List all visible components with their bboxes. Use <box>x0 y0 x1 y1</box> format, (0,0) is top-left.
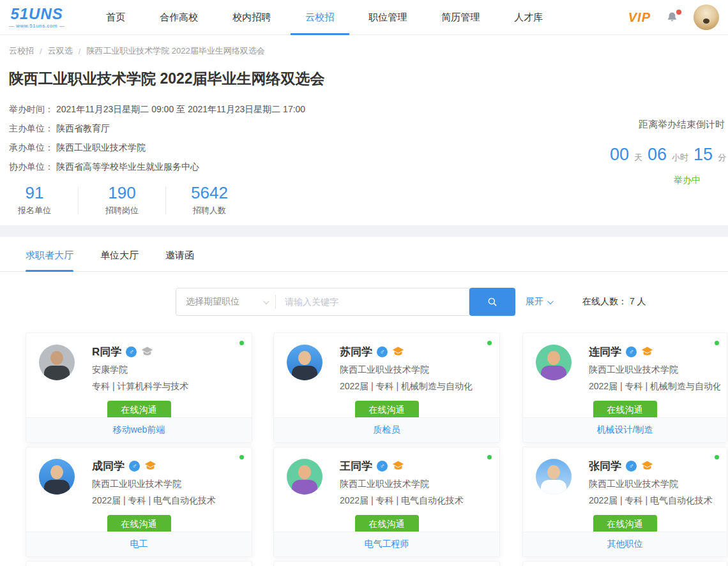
graduation-cap-icon <box>392 346 404 358</box>
male-gender-icon: ♂ <box>377 461 388 472</box>
notification-badge <box>676 10 681 15</box>
expand-filters-link[interactable]: 展开 <box>526 296 552 308</box>
meta-value: 陕西省高等学校毕业生就业服务中心 <box>56 157 199 176</box>
breadcrumb-cloud-fair[interactable]: 云双选 <box>48 45 73 57</box>
breadcrumb: 云校招 / 云双选 / 陕西工业职业技术学院 2022届毕业生网络双选会 <box>9 45 728 57</box>
expected-position-link[interactable]: 电工 <box>130 539 148 550</box>
card-info: 苏同学 ♂ 陕西工业职业技术学院 2022届 | 专科 | 机械制造与自动化 <box>340 345 473 392</box>
breadcrumb-separator: / <box>79 47 81 56</box>
expected-position-link[interactable]: 电气工程师 <box>365 539 409 550</box>
stat-label: 招聘岗位 <box>91 205 153 216</box>
student-school: 陕西工业职业技术学院 <box>340 479 464 490</box>
student-card[interactable] <box>273 561 500 566</box>
student-card[interactable]: 连同学 ♂ 陕西工业职业技术学院 2022届 | 专科 | 机械制造与自动化 在… <box>522 332 727 443</box>
cards-row: 成同学 ♂ 陕西工业职业技术学院 2022届 | 专科 | 电气自动化技术 在线… <box>26 447 728 557</box>
top-navbar: 51UNS — www.51uns.com — 首页 合作高校 校内招聘 云校招… <box>0 0 728 35</box>
student-card[interactable]: 王同学 ♂ 陕西工业职业技术学院 2022届 | 专科 | 电气自动化技术 在线… <box>273 447 500 557</box>
card-top: 成同学 ♂ 陕西工业职业技术学院 2022届 | 专科 | 电气自动化技术 <box>26 447 252 507</box>
student-card[interactable]: 苏同学 ♂ 陕西工业职业技术学院 2022届 | 专科 | 机械制造与自动化 在… <box>273 332 500 443</box>
online-status-dot <box>239 455 244 459</box>
expected-position-link[interactable]: 质检员 <box>374 424 400 436</box>
stat-value: 190 <box>91 184 153 202</box>
nav-item-resume-management[interactable]: 简历管理 <box>424 0 497 35</box>
event-stats: 91 报名单位 190 招聘岗位 5642 招聘人数 <box>4 184 728 216</box>
card-info: 连同学 ♂ 陕西工业职业技术学院 2022届 | 专科 | 机械制造与自动化 <box>589 345 720 392</box>
keyword-input[interactable] <box>276 289 469 315</box>
nav-item-job-management[interactable]: 职位管理 <box>351 0 424 35</box>
nav-item-cloud-recruit[interactable]: 云校招 <box>288 0 351 35</box>
nav-item-home[interactable]: 首页 <box>89 0 142 35</box>
search-toolbar: 选择期望职位 展开 在线人数： 7 人 <box>0 288 728 316</box>
male-gender-icon: ♂ <box>626 346 637 357</box>
student-card[interactable]: 成同学 ♂ 陕西工业职业技术学院 2022届 | 专科 | 电气自动化技术 在线… <box>26 447 252 557</box>
online-status-dot <box>239 341 244 345</box>
search-button[interactable] <box>469 288 515 316</box>
graduation-cap-icon <box>141 346 153 358</box>
student-card[interactable] <box>26 561 252 566</box>
card-footer: 移动web前端 <box>26 417 252 442</box>
student-school: 陕西工业职业技术学院 <box>589 364 720 376</box>
student-avatar <box>39 345 75 380</box>
hall-tabs: 求职者大厅 单位大厅 邀请函 <box>0 237 728 272</box>
expected-position-link[interactable]: 机械设计/制造 <box>597 424 653 436</box>
site-logo[interactable]: 51UNS — www.51uns.com — <box>9 6 64 29</box>
expected-position-link[interactable]: 移动web前端 <box>113 424 165 436</box>
expected-position-link[interactable]: 其他职位 <box>607 539 643 550</box>
page-title: 陕西工业职业技术学院 2022届毕业生网络双选会 <box>9 69 728 89</box>
countdown-hours-unit: 小时 <box>672 152 688 163</box>
card-info: 王同学 ♂ 陕西工业职业技术学院 2022届 | 专科 | 电气自动化技术 <box>340 459 464 507</box>
vip-icon[interactable]: VIP <box>628 10 651 25</box>
stat-registered-units: 91 报名单位 <box>4 184 65 216</box>
male-gender-icon: ♂ <box>626 461 637 472</box>
notification-bell-icon[interactable] <box>666 11 678 24</box>
breadcrumb-cloud-recruit[interactable]: 云校招 <box>9 45 34 57</box>
student-degree-major: 2022届 | 专科 | 电气自动化技术 <box>92 495 216 507</box>
card-footer: 电工 <box>26 532 252 556</box>
stat-headcount: 5642 招聘人数 <box>179 184 240 216</box>
tab-job-seeker-hall[interactable]: 求职者大厅 <box>26 249 73 271</box>
student-name: 苏同学 <box>340 345 372 359</box>
expected-position-select[interactable]: 选择期望职位 <box>176 296 275 308</box>
nav-item-talent-pool[interactable]: 人才库 <box>497 0 560 35</box>
tab-invitation[interactable]: 邀请函 <box>165 249 194 271</box>
cards-row-partial <box>26 561 728 566</box>
countdown-values: 00 天 06 小时 15 分 <box>610 145 728 165</box>
user-avatar[interactable] <box>694 4 719 30</box>
name-row: 连同学 ♂ <box>589 345 720 359</box>
student-avatar <box>536 459 572 495</box>
male-gender-icon: ♂ <box>377 346 388 357</box>
student-card[interactable] <box>522 561 727 566</box>
student-card[interactable]: 张同学 ♂ 陕西工业职业技术学院 2022届 | 专科 | 电气自动化技术 在线… <box>522 447 727 557</box>
section-divider-band <box>0 225 728 237</box>
logo-text: 51UNS <box>10 6 63 22</box>
card-footer: 机械设计/制造 <box>523 417 727 442</box>
online-count-value: 7 <box>630 296 635 306</box>
nav-item-campus-jobs[interactable]: 校内招聘 <box>215 0 288 35</box>
student-degree-major: 专科 | 计算机科学与技术 <box>92 381 188 392</box>
stat-divider <box>78 186 79 214</box>
tab-employer-hall[interactable]: 单位大厅 <box>100 249 139 271</box>
student-degree-major: 2022届 | 专科 | 电气自动化技术 <box>340 495 464 507</box>
name-row: 苏同学 ♂ <box>340 345 473 359</box>
student-card[interactable]: R同学 ♂ 安康学院 专科 | 计算机科学与技术 在线沟通 移动web前端 <box>26 332 252 443</box>
meta-label: 举办时间： <box>9 100 54 119</box>
card-top: R同学 ♂ 安康学院 专科 | 计算机科学与技术 <box>26 333 252 392</box>
student-name: 成同学 <box>92 459 125 473</box>
male-gender-icon: ♂ <box>129 461 140 472</box>
student-school: 陕西工业职业技术学院 <box>340 364 473 376</box>
student-avatar <box>39 459 75 495</box>
graduation-cap-icon <box>641 346 653 358</box>
countdown-days: 00 <box>610 145 629 165</box>
expand-label: 展开 <box>526 296 543 308</box>
graduation-cap-icon <box>392 460 404 472</box>
student-avatar <box>536 345 572 380</box>
male-gender-icon: ♂ <box>126 346 137 357</box>
cloud-campus-recruit-page: 51UNS — www.51uns.com — 首页 合作高校 校内招聘 云校招… <box>0 0 728 566</box>
name-row: 张同学 ♂ <box>589 459 713 473</box>
student-school: 陕西工业职业技术学院 <box>589 479 713 490</box>
nav-item-partner-schools[interactable]: 合作高校 <box>142 0 215 35</box>
student-degree-major: 2022届 | 专科 | 机械制造与自动化 <box>589 381 720 392</box>
name-row: R同学 ♂ <box>92 345 188 359</box>
card-footer: 电气工程师 <box>274 532 499 556</box>
online-count: 在线人数： 7 人 <box>582 296 646 308</box>
